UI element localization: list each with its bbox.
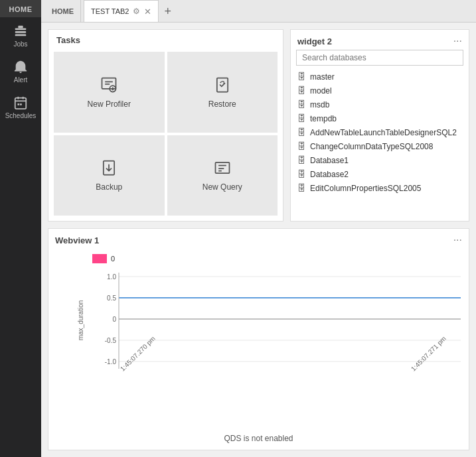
tab-active[interactable]: TEST TAB2 ⚙ ✕ <box>84 0 159 22</box>
db-list-item[interactable]: 🗄master <box>295 70 465 84</box>
db-name: tempdb <box>310 114 337 123</box>
widget2-title: widget 2 <box>297 36 332 46</box>
chart-svg-wrap: max_duration 1.0 0.5 0 <box>92 266 458 374</box>
new-query-button[interactable]: New Query <box>167 135 278 216</box>
database-icon: 🗄 <box>297 113 306 123</box>
restore-label: Restore <box>208 99 236 109</box>
new-profiler-label: New Profiler <box>88 99 131 109</box>
backup-button[interactable]: Backup <box>54 135 165 216</box>
tab-close-icon[interactable]: ✕ <box>144 7 151 17</box>
db-list-item[interactable]: 🗄Database2 <box>295 167 465 181</box>
svg-text:0.5: 0.5 <box>107 294 116 302</box>
sidebar-item-jobs-label: Jobs <box>13 40 27 48</box>
tabbar: HOME TEST TAB2 ⚙ ✕ + <box>41 0 476 23</box>
svg-text:1.0: 1.0 <box>107 273 116 281</box>
sidebar-home[interactable]: HOME <box>0 0 41 17</box>
sidebar: HOME Jobs Alert Schedules <box>0 0 41 457</box>
db-list-item[interactable]: 🗄tempdb <box>295 111 465 125</box>
tasks-title: Tasks <box>48 30 283 49</box>
database-icon: 🗄 <box>297 72 306 82</box>
y-axis-label: max_duration <box>77 300 84 340</box>
db-list-item[interactable]: 🗄model <box>295 84 465 98</box>
svg-rect-8 <box>17 103 19 105</box>
alert-icon <box>13 60 28 74</box>
database-icon: 🗄 <box>297 86 306 96</box>
sidebar-item-jobs[interactable]: Jobs <box>0 17 41 53</box>
db-list-item[interactable]: 🗄AddNewTableLaunchTableDesignerSQL2 <box>295 125 465 139</box>
backup-label: Backup <box>96 182 122 192</box>
sidebar-item-alert[interactable]: Alert <box>0 53 41 89</box>
main-area: HOME TEST TAB2 ⚙ ✕ + Tasks <box>41 0 476 457</box>
tab-add-button[interactable]: + <box>159 5 177 17</box>
sidebar-item-schedules-label: Schedules <box>5 112 37 119</box>
new-query-label: New Query <box>202 182 242 192</box>
svg-rect-0 <box>15 28 27 30</box>
db-list-item[interactable]: 🗄ChangeColumnDataTypeSQL2008 <box>295 139 465 153</box>
svg-text:0: 0 <box>112 316 116 323</box>
tasks-panel: Tasks New Profiler <box>48 29 283 222</box>
db-list-item[interactable]: 🗄Database1 <box>295 153 465 167</box>
svg-rect-10 <box>102 78 116 88</box>
restore-icon <box>213 76 232 94</box>
svg-rect-2 <box>15 34 27 36</box>
svg-rect-1 <box>15 31 27 33</box>
db-name: AddNewTableLaunchTableDesignerSQL2 <box>310 128 457 137</box>
widget2-header: widget 2 ··· <box>291 30 469 50</box>
tab-pin-icon[interactable]: ⚙ <box>133 7 140 16</box>
sidebar-item-schedules[interactable]: Schedules <box>0 89 41 125</box>
widget2-panel: widget 2 ··· 🗄master🗄model🗄msdb🗄tempdb🗄A… <box>290 29 469 222</box>
webview-panel: Webview 1 ··· 0 max_duration <box>48 228 469 450</box>
database-list: 🗄master🗄model🗄msdb🗄tempdb🗄AddNewTableLau… <box>291 70 469 221</box>
db-name: EditColumnPropertiesSQL2005 <box>310 184 421 193</box>
backup-icon <box>100 159 118 177</box>
legend-row: 0 <box>92 254 458 263</box>
database-icon: 🗄 <box>297 183 306 193</box>
webview-header: Webview 1 ··· <box>48 229 469 249</box>
svg-text:-0.5: -0.5 <box>105 337 117 344</box>
new-profiler-icon <box>100 76 118 94</box>
search-databases-input[interactable] <box>296 50 463 66</box>
webview-title: Webview 1 <box>55 235 99 245</box>
db-name: master <box>310 72 335 82</box>
chart-area: 0 max_duration 1.0 <box>48 249 469 434</box>
db-name: model <box>310 86 332 96</box>
svg-rect-9 <box>20 103 22 105</box>
schedules-icon <box>13 96 28 110</box>
widget2-more-button[interactable]: ··· <box>453 35 462 47</box>
new-query-icon <box>213 159 232 177</box>
svg-rect-18 <box>215 163 229 173</box>
restore-button[interactable]: Restore <box>167 52 278 133</box>
tasks-grid: New Profiler Restore <box>48 49 283 221</box>
database-icon: 🗄 <box>297 127 306 137</box>
database-icon: 🗄 <box>297 155 306 165</box>
webview-more-button[interactable]: ··· <box>453 234 462 246</box>
tab-label: TEST TAB2 <box>91 7 129 15</box>
db-name: Database1 <box>310 156 349 165</box>
db-name: ChangeColumnDataTypeSQL2008 <box>310 142 433 151</box>
chart-svg: 1.0 0.5 0 -0.5 -1.0 <box>92 266 464 372</box>
db-list-item[interactable]: 🗄msdb <box>295 98 465 111</box>
db-list-item[interactable]: 🗄EditColumnPropertiesSQL2005 <box>295 181 465 195</box>
svg-text:-1.0: -1.0 <box>105 358 117 365</box>
legend-color-box <box>92 254 107 263</box>
database-icon: 🗄 <box>297 141 306 151</box>
sidebar-item-alert-label: Alert <box>14 76 28 84</box>
database-icon: 🗄 <box>297 99 306 109</box>
legend-value-label: 0 <box>111 255 115 263</box>
new-profiler-button[interactable]: New Profiler <box>54 52 165 133</box>
svg-rect-3 <box>18 26 23 29</box>
chart-footer: QDS is not enabled <box>48 434 469 450</box>
database-icon: 🗄 <box>297 169 306 179</box>
db-name: msdb <box>310 100 329 109</box>
jobs-icon <box>13 24 28 38</box>
tab-home[interactable]: HOME <box>45 0 81 22</box>
top-row: Tasks New Profiler <box>48 29 469 222</box>
db-name: Database2 <box>310 170 349 179</box>
content-area: Tasks New Profiler <box>41 23 476 457</box>
